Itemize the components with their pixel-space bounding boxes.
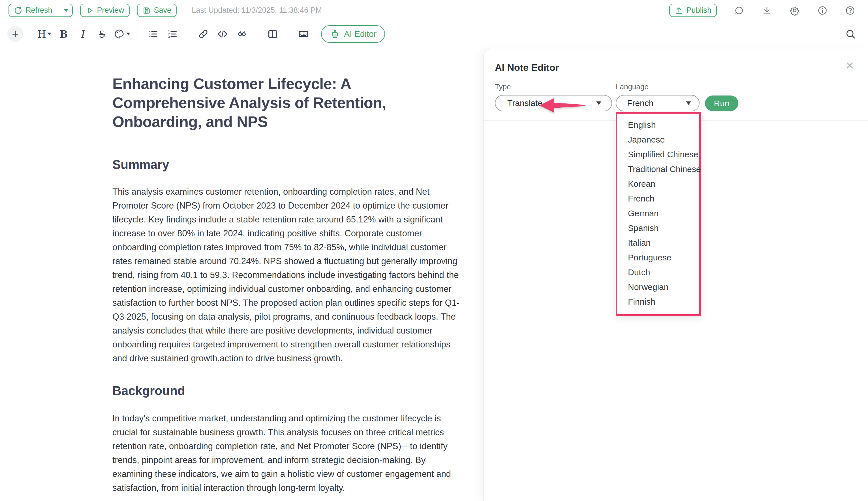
divider (138, 26, 138, 42)
language-dropdown-menu: English Japanese Simplified Chinese Trad… (616, 112, 701, 316)
refresh-icon (14, 6, 22, 15)
save-button[interactable]: Save (137, 4, 177, 17)
language-option[interactable]: Traditional Chinese (617, 162, 699, 177)
ai-editor-label: AI Editor (344, 29, 376, 39)
section-heading-summary: Summary (112, 157, 467, 172)
palette-icon (113, 28, 125, 40)
language-option[interactable]: Portuguese (617, 250, 699, 265)
language-field-label: Language (616, 83, 649, 91)
language-option[interactable]: English (617, 118, 699, 132)
last-updated-text: Last Updated: 11/3/2025, 11:38:46 PM (192, 6, 322, 15)
divider (29, 26, 29, 42)
divider (188, 26, 188, 42)
link-icon (198, 29, 209, 39)
link-button[interactable] (195, 25, 211, 43)
ai-note-editor-panel: AI Note Editor Type Language Translate F… (483, 49, 868, 501)
bold-button[interactable]: B (56, 25, 72, 43)
refresh-button[interactable]: Refresh (9, 4, 73, 17)
question-icon (845, 5, 856, 16)
publish-label: Publish (686, 6, 712, 15)
gear-icon (789, 5, 800, 16)
language-option[interactable]: French (617, 191, 699, 206)
preview-button[interactable]: Preview (80, 4, 130, 17)
svg-text:3: 3 (168, 35, 170, 38)
close-icon (845, 60, 855, 71)
language-option[interactable]: Dutch (617, 265, 699, 280)
numbered-list-icon: 1 2 3 (167, 28, 178, 40)
preview-label: Preview (97, 6, 124, 15)
language-option[interactable]: Finnish (617, 295, 699, 309)
divider (184, 6, 184, 15)
chevron-down-icon (596, 102, 601, 105)
type-select[interactable]: Translate (495, 95, 612, 111)
keyboard-shortcuts-button[interactable] (296, 25, 311, 43)
columns-icon (267, 28, 278, 40)
code-button[interactable] (215, 25, 230, 43)
section-body-background: In today's competitive market, understan… (112, 412, 467, 495)
language-select[interactable]: French (616, 95, 700, 111)
document-editor[interactable]: Enhancing Customer Lifecycle: A Comprehe… (112, 74, 467, 495)
blockquote-button[interactable] (234, 25, 250, 43)
language-option[interactable]: Italian (617, 235, 699, 250)
refresh-dropdown-toggle[interactable] (60, 4, 72, 17)
speech-bubble-icon (734, 5, 745, 16)
italic-button[interactable]: I (75, 25, 91, 43)
bullet-list-icon (147, 28, 159, 40)
settings-button[interactable] (789, 5, 800, 16)
refresh-label: Refresh (25, 6, 52, 15)
keyboard-icon (298, 28, 309, 40)
heading-button[interactable]: H (36, 25, 52, 43)
divider (257, 26, 257, 42)
strikethrough-button[interactable]: S (94, 25, 110, 43)
language-option[interactable]: Japanese (617, 132, 699, 147)
chevron-down-icon (686, 102, 691, 105)
robot-icon (330, 29, 340, 39)
panel-title: AI Note Editor (495, 62, 559, 73)
download-icon (761, 5, 772, 16)
info-button[interactable] (817, 5, 828, 16)
format-toolbar: + H B I S (0, 21, 868, 47)
code-icon (217, 28, 228, 40)
top-bar-left: Refresh Preview Save (9, 4, 322, 17)
info-icon (817, 5, 828, 16)
search-button[interactable] (845, 28, 856, 40)
help-button[interactable] (845, 5, 856, 16)
language-option[interactable]: Norwegian (617, 280, 699, 295)
play-icon (86, 6, 94, 15)
top-bar: Refresh Preview Save (0, 0, 868, 21)
search-icon (845, 28, 856, 40)
save-label: Save (154, 6, 172, 15)
top-bar-right: Publish (669, 4, 856, 17)
columns-button[interactable] (265, 25, 281, 43)
chevron-down-icon (64, 9, 68, 12)
language-select-value: French (627, 98, 653, 108)
type-field-label: Type (495, 83, 511, 91)
chevron-down-icon (126, 33, 130, 35)
download-button[interactable] (761, 5, 772, 16)
quote-icon (236, 28, 248, 40)
refresh-main[interactable]: Refresh (9, 4, 57, 17)
section-heading-background: Background (112, 383, 467, 398)
close-panel-button[interactable] (845, 60, 855, 71)
type-select-value: Translate (507, 98, 542, 108)
language-option[interactable]: Korean (617, 177, 699, 191)
ai-editor-button[interactable]: AI Editor (321, 25, 385, 43)
language-option[interactable]: Simplified Chinese (617, 147, 699, 162)
chevron-down-icon (47, 33, 51, 35)
floppy-icon (142, 6, 151, 15)
language-option[interactable]: German (617, 206, 699, 221)
bullet-list-button[interactable] (145, 25, 161, 43)
insert-block-button[interactable]: + (7, 26, 23, 42)
publish-button[interactable]: Publish (669, 4, 717, 17)
document-title: Enhancing Customer Lifecycle: A Comprehe… (112, 74, 467, 131)
language-option[interactable]: Spanish (617, 221, 699, 235)
section-body-summary: This analysis examines customer retentio… (112, 185, 467, 365)
upload-icon (675, 6, 683, 15)
numbered-list-button[interactable]: 1 2 3 (164, 25, 180, 43)
comment-button[interactable] (734, 5, 745, 16)
text-color-button[interactable] (113, 25, 130, 43)
run-button[interactable]: Run (705, 96, 738, 111)
app: { "topbar": { "refresh_label": "Refresh"… (0, 0, 868, 501)
